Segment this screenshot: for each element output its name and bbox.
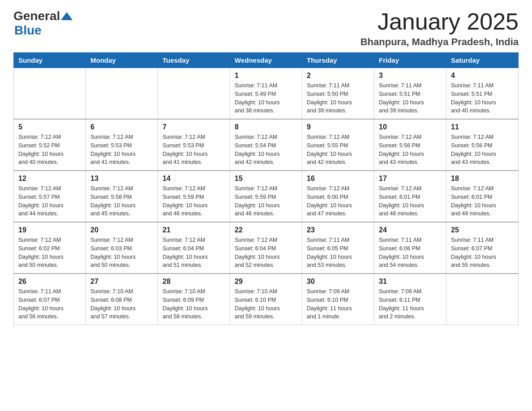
day-number: 16 (307, 175, 369, 183)
calendar-cell: 18Sunrise: 7:12 AM Sunset: 6:01 PM Dayli… (446, 171, 519, 222)
logo-triangle-icon (61, 12, 73, 20)
calendar-cell: 23Sunrise: 7:11 AM Sunset: 6:05 PM Dayli… (302, 222, 374, 274)
calendar-cell: 15Sunrise: 7:12 AM Sunset: 5:59 PM Dayli… (230, 171, 302, 222)
logo: General Blue (13, 9, 73, 38)
header-sunday: Sunday (14, 53, 86, 68)
day-info: Sunrise: 7:11 AM Sunset: 5:51 PM Dayligh… (379, 81, 442, 115)
month-title: January 2025 (360, 9, 519, 34)
day-info: Sunrise: 7:12 AM Sunset: 5:53 PM Dayligh… (90, 133, 153, 167)
header-saturday: Saturday (446, 53, 519, 68)
day-info: Sunrise: 7:11 AM Sunset: 6:07 PM Dayligh… (18, 287, 81, 321)
day-info: Sunrise: 7:11 AM Sunset: 5:51 PM Dayligh… (451, 81, 514, 115)
logo-blue-text: Blue (14, 23, 73, 38)
day-info: Sunrise: 7:12 AM Sunset: 5:52 PM Dayligh… (18, 133, 81, 167)
day-info: Sunrise: 7:10 AM Sunset: 6:10 PM Dayligh… (235, 287, 297, 321)
day-number: 1 (235, 72, 297, 80)
day-number: 11 (451, 123, 514, 131)
day-number: 6 (90, 123, 153, 131)
calendar-table: SundayMondayTuesdayWednesdayThursdayFrid… (13, 52, 519, 325)
week-row-1: 1Sunrise: 7:11 AM Sunset: 5:49 PM Daylig… (14, 68, 519, 120)
day-info: Sunrise: 7:12 AM Sunset: 6:04 PM Dayligh… (235, 236, 297, 270)
day-info: Sunrise: 7:12 AM Sunset: 5:59 PM Dayligh… (163, 184, 225, 218)
calendar-cell: 3Sunrise: 7:11 AM Sunset: 5:51 PM Daylig… (374, 68, 446, 120)
calendar-cell: 30Sunrise: 7:09 AM Sunset: 6:10 PM Dayli… (302, 274, 374, 325)
calendar-cell (158, 68, 230, 120)
header-monday: Monday (86, 53, 158, 68)
day-number: 13 (90, 175, 153, 183)
day-number: 14 (163, 175, 225, 183)
day-info: Sunrise: 7:12 AM Sunset: 6:03 PM Dayligh… (90, 236, 153, 270)
day-info: Sunrise: 7:12 AM Sunset: 6:01 PM Dayligh… (451, 184, 514, 218)
day-info: Sunrise: 7:12 AM Sunset: 5:53 PM Dayligh… (163, 133, 225, 167)
page-header: General Blue January 2025 Bhanpura, Madh… (13, 9, 519, 48)
day-number: 19 (18, 226, 81, 234)
day-number: 10 (379, 123, 442, 131)
calendar-cell: 16Sunrise: 7:12 AM Sunset: 6:00 PM Dayli… (302, 171, 374, 222)
header-row: SundayMondayTuesdayWednesdayThursdayFrid… (14, 53, 519, 68)
day-number: 21 (163, 226, 225, 234)
header-thursday: Thursday (302, 53, 374, 68)
day-number: 24 (379, 226, 442, 234)
calendar-cell: 19Sunrise: 7:12 AM Sunset: 6:02 PM Dayli… (14, 222, 86, 274)
day-info: Sunrise: 7:12 AM Sunset: 5:56 PM Dayligh… (451, 133, 514, 167)
header-friday: Friday (374, 53, 446, 68)
calendar-cell: 21Sunrise: 7:12 AM Sunset: 6:04 PM Dayli… (158, 222, 230, 274)
day-number: 8 (235, 123, 297, 131)
day-number: 15 (235, 175, 297, 183)
day-number: 12 (18, 175, 81, 183)
day-info: Sunrise: 7:11 AM Sunset: 5:49 PM Dayligh… (235, 81, 297, 115)
day-number: 29 (235, 278, 297, 286)
calendar-cell: 29Sunrise: 7:10 AM Sunset: 6:10 PM Dayli… (230, 274, 302, 325)
calendar-cell: 11Sunrise: 7:12 AM Sunset: 5:56 PM Dayli… (446, 119, 519, 171)
calendar-cell: 6Sunrise: 7:12 AM Sunset: 5:53 PM Daylig… (86, 119, 158, 171)
location-title: Bhanpura, Madhya Pradesh, India (360, 36, 519, 48)
day-info: Sunrise: 7:11 AM Sunset: 6:06 PM Dayligh… (379, 236, 442, 270)
day-number: 7 (163, 123, 225, 131)
day-number: 4 (451, 72, 514, 80)
calendar-cell: 7Sunrise: 7:12 AM Sunset: 5:53 PM Daylig… (158, 119, 230, 171)
day-number: 9 (307, 123, 369, 131)
day-number: 20 (90, 226, 153, 234)
day-number: 26 (18, 278, 81, 286)
calendar-cell: 8Sunrise: 7:12 AM Sunset: 5:54 PM Daylig… (230, 119, 302, 171)
calendar-cell: 10Sunrise: 7:12 AM Sunset: 5:56 PM Dayli… (374, 119, 446, 171)
day-number: 30 (307, 278, 369, 286)
week-row-3: 12Sunrise: 7:12 AM Sunset: 5:57 PM Dayli… (14, 171, 519, 222)
day-info: Sunrise: 7:12 AM Sunset: 6:00 PM Dayligh… (307, 184, 369, 218)
calendar-cell: 17Sunrise: 7:12 AM Sunset: 6:01 PM Dayli… (374, 171, 446, 222)
day-number: 28 (163, 278, 225, 286)
calendar-cell: 13Sunrise: 7:12 AM Sunset: 5:58 PM Dayli… (86, 171, 158, 222)
calendar-cell: 28Sunrise: 7:10 AM Sunset: 6:09 PM Dayli… (158, 274, 230, 325)
day-info: Sunrise: 7:12 AM Sunset: 5:54 PM Dayligh… (235, 133, 297, 167)
day-info: Sunrise: 7:12 AM Sunset: 5:55 PM Dayligh… (307, 133, 369, 167)
logo-general-text: General (13, 9, 60, 23)
calendar-cell: 24Sunrise: 7:11 AM Sunset: 6:06 PM Dayli… (374, 222, 446, 274)
header-tuesday: Tuesday (158, 53, 230, 68)
calendar-cell: 4Sunrise: 7:11 AM Sunset: 5:51 PM Daylig… (446, 68, 519, 120)
day-info: Sunrise: 7:11 AM Sunset: 5:50 PM Dayligh… (307, 81, 369, 115)
day-number: 3 (379, 72, 442, 80)
calendar-cell: 14Sunrise: 7:12 AM Sunset: 5:59 PM Dayli… (158, 171, 230, 222)
day-info: Sunrise: 7:10 AM Sunset: 6:08 PM Dayligh… (90, 287, 153, 321)
calendar-cell: 9Sunrise: 7:12 AM Sunset: 5:55 PM Daylig… (302, 119, 374, 171)
day-number: 2 (307, 72, 369, 80)
day-number: 22 (235, 226, 297, 234)
day-info: Sunrise: 7:12 AM Sunset: 5:56 PM Dayligh… (379, 133, 442, 167)
day-number: 17 (379, 175, 442, 183)
calendar-cell (86, 68, 158, 120)
calendar-cell: 12Sunrise: 7:12 AM Sunset: 5:57 PM Dayli… (14, 171, 86, 222)
calendar-cell: 31Sunrise: 7:09 AM Sunset: 6:11 PM Dayli… (374, 274, 446, 325)
day-info: Sunrise: 7:11 AM Sunset: 6:05 PM Dayligh… (307, 236, 369, 270)
day-number: 27 (90, 278, 153, 286)
day-info: Sunrise: 7:12 AM Sunset: 6:04 PM Dayligh… (163, 236, 225, 270)
day-info: Sunrise: 7:09 AM Sunset: 6:10 PM Dayligh… (307, 287, 369, 321)
day-number: 5 (18, 123, 81, 131)
day-number: 25 (451, 226, 514, 234)
day-number: 31 (379, 278, 442, 286)
day-info: Sunrise: 7:12 AM Sunset: 6:01 PM Dayligh… (379, 184, 442, 218)
calendar-cell: 27Sunrise: 7:10 AM Sunset: 6:08 PM Dayli… (86, 274, 158, 325)
calendar-cell: 2Sunrise: 7:11 AM Sunset: 5:50 PM Daylig… (302, 68, 374, 120)
calendar-cell: 1Sunrise: 7:11 AM Sunset: 5:49 PM Daylig… (230, 68, 302, 120)
day-info: Sunrise: 7:10 AM Sunset: 6:09 PM Dayligh… (163, 287, 225, 321)
week-row-4: 19Sunrise: 7:12 AM Sunset: 6:02 PM Dayli… (14, 222, 519, 274)
